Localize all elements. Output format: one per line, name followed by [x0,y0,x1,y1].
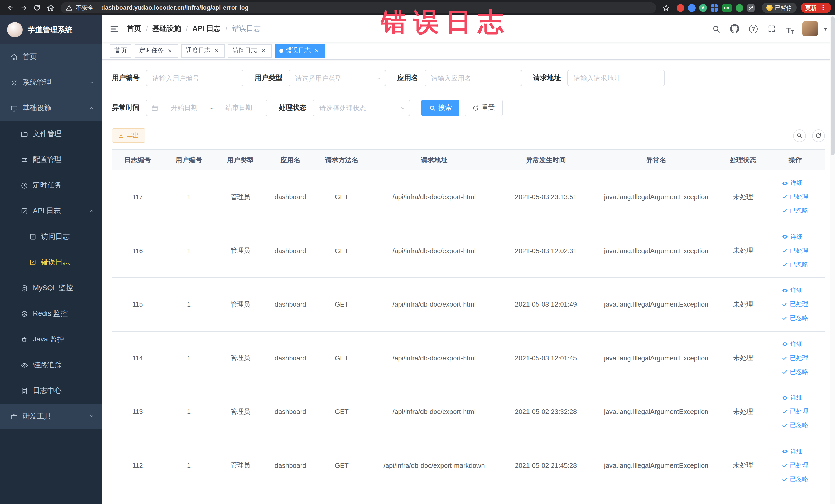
close-icon[interactable]: × [260,47,267,54]
vue-devtools-icon[interactable]: V [699,4,707,12]
github-icon[interactable] [729,23,741,35]
sidebar-item-label: API 日志 [33,206,61,216]
sidebar-item-api-logs[interactable]: API 日志 [0,198,102,224]
date-range-picker[interactable]: 开始日期 - 结束日期 [146,100,267,116]
mark-ignored-link[interactable]: 已忽略 [782,311,808,325]
sidebar-item-dev-tools[interactable]: 研发工具 [0,404,102,429]
back-icon[interactable] [4,2,16,14]
breadcrumb-item[interactable]: 首页 [127,24,141,33]
eye-icon [782,448,788,455]
field-label: 异常时间 [112,103,140,113]
navbar-actions: ? TT ▾ [710,21,827,37]
breadcrumb-item[interactable]: API 日志 [192,24,221,33]
mark-processed-link[interactable]: 已处理 [782,459,808,472]
mark-processed-link[interactable]: 已处理 [782,405,808,419]
close-icon[interactable]: × [213,47,220,54]
mark-ignored-link[interactable]: 已忽略 [782,419,808,432]
process-status-select[interactable] [313,100,410,116]
detail-link[interactable]: 详细 [782,337,808,351]
sidebar-item-config-management[interactable]: 配置管理 [0,147,102,173]
mark-processed-link[interactable]: 已处理 [782,351,808,365]
column-header: 请求地址 [369,150,500,170]
reset-button[interactable]: 重置 [465,100,503,116]
cell-app-name: dashboard [266,439,315,492]
app-logo[interactable]: 芋道管理系统 [0,15,102,44]
big-t-glyph: T [786,27,791,35]
cell-user-type: 管理员 [215,278,266,331]
sidebar-item-error-log[interactable]: 错误日志 [0,249,102,275]
sidebar-item-mysql-monitor[interactable]: MySQL 监控 [0,275,102,301]
app-name-input[interactable] [424,70,522,86]
sidebar-item-file-management[interactable]: 文件管理 [0,121,102,147]
address-bar[interactable]: 不安全 dashboard.yudao.iocoder.cn/infra/log… [61,2,656,13]
tab-scheduled-tasks[interactable]: 定时任务 × [135,44,178,57]
extension-tool-icon[interactable] [747,4,754,12]
mark-ignored-link[interactable]: 已忽略 [782,365,808,379]
export-button[interactable]: 导出 [112,128,145,143]
bookmark-star-icon[interactable] [660,2,672,14]
home-icon[interactable] [44,2,57,14]
filter-app-name: 应用名 [398,70,522,86]
mark-processed-link[interactable]: 已处理 [782,298,808,311]
toggle-search-button[interactable] [793,129,806,142]
browser-menu-icon[interactable]: ⋮ [820,4,826,11]
tab-dispatch-log[interactable]: 调度日志 × [181,44,225,57]
request-url-input[interactable] [567,70,665,86]
mark-processed-link[interactable]: 已处理 [782,244,808,258]
sidebar-item-java-monitor[interactable]: Java 监控 [0,327,102,352]
profile-paused-button[interactable]: 已暂停 [761,3,796,13]
detail-link[interactable]: 详细 [782,176,808,190]
cell-log-id: 114 [112,331,163,385]
breadcrumb-current: 错误日志 [232,24,261,33]
chrome-update-button[interactable]: 更新 ⋮ [801,3,831,13]
extension-leaf-icon[interactable] [735,4,743,12]
sidebar-item-system-management[interactable]: 系统管理 [0,70,102,96]
mark-ignored-link[interactable]: 已忽略 [782,472,808,486]
detail-link[interactable]: 详细 [782,284,808,298]
sidebar-toggle-icon[interactable] [110,24,119,33]
detail-link[interactable]: 详细 [782,445,808,459]
sidebar-item-home[interactable]: 首页 [0,44,102,70]
extension-on-badge[interactable]: on [721,4,732,12]
mark-ignored-link[interactable]: 已忽略 [782,258,808,271]
column-header: 用户类型 [215,150,266,170]
eye-icon [782,287,788,294]
fullscreen-icon[interactable] [766,23,778,35]
user-id-input[interactable] [146,70,243,86]
close-icon[interactable]: × [313,47,320,54]
sidebar-item-log-center[interactable]: 日志中心 [0,378,102,404]
forward-icon[interactable] [18,2,30,14]
avatar-caret-icon[interactable]: ▾ [824,26,827,32]
detail-link[interactable]: 详细 [782,391,808,405]
cell-status: 未处理 [720,224,766,278]
search-icon[interactable] [710,23,722,35]
detail-link[interactable]: 详细 [782,230,808,244]
mark-processed-link[interactable]: 已处理 [782,190,808,204]
breadcrumb-item[interactable]: 基础设施 [152,24,181,33]
sidebar-item-infrastructure[interactable]: 基础设施 [0,96,102,121]
close-icon[interactable]: × [166,47,174,54]
extension-grid-icon[interactable] [710,4,718,12]
mark-ignored-link[interactable]: 已忽略 [782,204,808,218]
sidebar-item-link-tracing[interactable]: 链路追踪 [0,352,102,378]
tab-access-log[interactable]: 访问日志 × [228,44,271,57]
tab-error-log[interactable]: 错误日志 × [274,44,325,57]
check-icon [782,302,788,307]
search-button[interactable]: 搜索 [422,100,460,116]
user-type-select[interactable] [288,70,386,86]
sidebar-item-access-log[interactable]: 访问日志 [0,224,102,249]
table-row: 112 1 管理员 dashboard GET /api/infra/db-do… [112,439,825,492]
filter-row-2: 异常时间 开始日期 - 结束日期 处理状态 [112,100,825,116]
extension-icon[interactable] [688,4,695,12]
scrollbar-thumb[interactable] [830,16,834,155]
refresh-table-button[interactable] [812,129,825,142]
extension-icon[interactable] [676,4,684,12]
user-avatar[interactable] [803,21,818,37]
help-icon[interactable]: ? [747,23,759,35]
monitor-icon [10,104,18,112]
font-size-icon[interactable]: TT [784,23,796,35]
sidebar-item-scheduled-tasks[interactable]: 定时任务 [0,173,102,198]
reload-icon[interactable] [31,2,43,14]
sidebar-item-redis-monitor[interactable]: Redis 监控 [0,301,102,327]
tab-home[interactable]: 首页 [110,44,131,57]
